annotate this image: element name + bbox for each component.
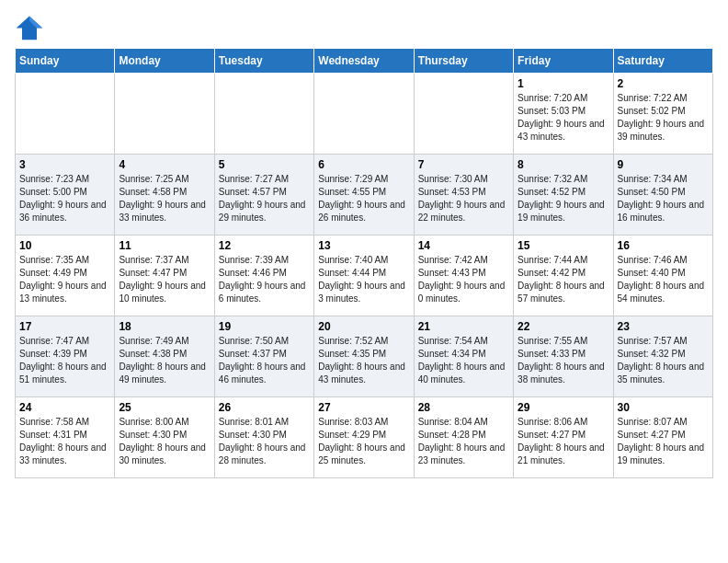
day-info: Sunrise: 7:25 AM Sunset: 4:58 PM Dayligh… (119, 173, 210, 224)
calendar-cell (16, 74, 115, 155)
calendar-cell: 7Sunrise: 7:30 AM Sunset: 4:53 PM Daylig… (414, 155, 513, 236)
logo-icon (15, 15, 44, 40)
calendar-cell (214, 74, 313, 155)
calendar-cell: 18Sunrise: 7:49 AM Sunset: 4:38 PM Dayli… (115, 316, 214, 397)
calendar-cell: 20Sunrise: 7:52 AM Sunset: 4:35 PM Dayli… (314, 316, 414, 397)
calendar-cell: 2Sunrise: 7:22 AM Sunset: 5:02 PM Daylig… (613, 74, 712, 155)
day-number: 30 (618, 401, 709, 414)
header-tuesday: Tuesday (214, 49, 313, 74)
calendar-cell: 24Sunrise: 7:58 AM Sunset: 4:31 PM Dayli… (16, 397, 115, 478)
calendar-cell: 15Sunrise: 7:44 AM Sunset: 4:42 PM Dayli… (514, 236, 613, 316)
day-number: 27 (318, 401, 409, 414)
day-info: Sunrise: 7:20 AM Sunset: 5:03 PM Dayligh… (518, 92, 609, 144)
header-wednesday: Wednesday (314, 49, 414, 74)
day-info: Sunrise: 7:29 AM Sunset: 4:55 PM Dayligh… (318, 173, 409, 224)
day-info: Sunrise: 7:30 AM Sunset: 4:53 PM Dayligh… (418, 173, 509, 224)
day-info: Sunrise: 7:23 AM Sunset: 5:00 PM Dayligh… (19, 173, 110, 224)
logo (15, 15, 48, 40)
calendar-cell: 27Sunrise: 8:03 AM Sunset: 4:29 PM Dayli… (314, 397, 414, 478)
day-info: Sunrise: 8:07 AM Sunset: 4:27 PM Dayligh… (618, 416, 709, 467)
day-number: 24 (19, 401, 110, 414)
day-info: Sunrise: 8:01 AM Sunset: 4:30 PM Dayligh… (219, 416, 310, 467)
day-info: Sunrise: 8:04 AM Sunset: 4:28 PM Dayligh… (418, 416, 509, 467)
page-header (15, 15, 713, 40)
day-info: Sunrise: 7:46 AM Sunset: 4:40 PM Dayligh… (618, 254, 709, 305)
calendar-cell: 9Sunrise: 7:34 AM Sunset: 4:50 PM Daylig… (613, 155, 712, 236)
day-number: 17 (19, 320, 110, 333)
calendar-cell: 6Sunrise: 7:29 AM Sunset: 4:55 PM Daylig… (314, 155, 414, 236)
calendar-cell (115, 74, 214, 155)
day-number: 8 (518, 158, 609, 171)
day-number: 5 (219, 158, 310, 171)
day-number: 11 (119, 239, 210, 252)
day-number: 20 (318, 320, 409, 333)
calendar-cell: 8Sunrise: 7:32 AM Sunset: 4:52 PM Daylig… (514, 155, 613, 236)
calendar-cell: 28Sunrise: 8:04 AM Sunset: 4:28 PM Dayli… (414, 397, 513, 478)
day-number: 22 (518, 320, 609, 333)
day-number: 21 (418, 320, 509, 333)
day-number: 26 (219, 401, 310, 414)
day-number: 14 (418, 239, 509, 252)
day-number: 29 (518, 401, 609, 414)
calendar-cell: 4Sunrise: 7:25 AM Sunset: 4:58 PM Daylig… (115, 155, 214, 236)
day-number: 25 (119, 401, 210, 414)
day-info: Sunrise: 7:47 AM Sunset: 4:39 PM Dayligh… (19, 335, 110, 386)
day-info: Sunrise: 7:52 AM Sunset: 4:35 PM Dayligh… (318, 335, 409, 386)
day-number: 10 (19, 239, 110, 252)
calendar-cell: 21Sunrise: 7:54 AM Sunset: 4:34 PM Dayli… (414, 316, 513, 397)
calendar-table: SundayMondayTuesdayWednesdayThursdayFrid… (15, 48, 713, 478)
day-info: Sunrise: 7:42 AM Sunset: 4:43 PM Dayligh… (418, 254, 509, 305)
calendar-week-5: 24Sunrise: 7:58 AM Sunset: 4:31 PM Dayli… (16, 397, 713, 478)
day-info: Sunrise: 7:27 AM Sunset: 4:57 PM Dayligh… (219, 173, 310, 224)
calendar-header-row: SundayMondayTuesdayWednesdayThursdayFrid… (16, 49, 713, 74)
day-number: 6 (318, 158, 409, 171)
day-info: Sunrise: 7:58 AM Sunset: 4:31 PM Dayligh… (19, 416, 110, 467)
calendar-cell (414, 74, 513, 155)
calendar-cell: 22Sunrise: 7:55 AM Sunset: 4:33 PM Dayli… (514, 316, 613, 397)
day-number: 9 (618, 158, 709, 171)
header-saturday: Saturday (613, 49, 712, 74)
calendar-cell: 23Sunrise: 7:57 AM Sunset: 4:32 PM Dayli… (613, 316, 712, 397)
day-info: Sunrise: 8:00 AM Sunset: 4:30 PM Dayligh… (119, 416, 210, 467)
calendar-cell: 17Sunrise: 7:47 AM Sunset: 4:39 PM Dayli… (16, 316, 115, 397)
day-info: Sunrise: 7:39 AM Sunset: 4:46 PM Dayligh… (219, 254, 310, 305)
day-info: Sunrise: 7:32 AM Sunset: 4:52 PM Dayligh… (518, 173, 609, 224)
calendar-cell: 5Sunrise: 7:27 AM Sunset: 4:57 PM Daylig… (214, 155, 313, 236)
calendar-cell: 1Sunrise: 7:20 AM Sunset: 5:03 PM Daylig… (514, 74, 613, 155)
day-info: Sunrise: 8:06 AM Sunset: 4:27 PM Dayligh… (518, 416, 609, 467)
day-number: 23 (618, 320, 709, 333)
day-number: 16 (618, 239, 709, 252)
day-info: Sunrise: 7:34 AM Sunset: 4:50 PM Dayligh… (618, 173, 709, 224)
day-number: 1 (518, 77, 609, 90)
day-number: 15 (518, 239, 609, 252)
calendar-cell: 25Sunrise: 8:00 AM Sunset: 4:30 PM Dayli… (115, 397, 214, 478)
day-info: Sunrise: 7:57 AM Sunset: 4:32 PM Dayligh… (618, 335, 709, 386)
calendar-cell: 10Sunrise: 7:35 AM Sunset: 4:49 PM Dayli… (16, 236, 115, 316)
calendar-week-1: 1Sunrise: 7:20 AM Sunset: 5:03 PM Daylig… (16, 74, 713, 155)
calendar-cell: 14Sunrise: 7:42 AM Sunset: 4:43 PM Dayli… (414, 236, 513, 316)
calendar-cell: 30Sunrise: 8:07 AM Sunset: 4:27 PM Dayli… (613, 397, 712, 478)
calendar-week-2: 3Sunrise: 7:23 AM Sunset: 5:00 PM Daylig… (16, 155, 713, 236)
calendar-week-4: 17Sunrise: 7:47 AM Sunset: 4:39 PM Dayli… (16, 316, 713, 397)
day-info: Sunrise: 8:03 AM Sunset: 4:29 PM Dayligh… (318, 416, 409, 467)
day-number: 2 (618, 77, 709, 90)
day-number: 4 (119, 158, 210, 171)
calendar-cell (314, 74, 414, 155)
day-info: Sunrise: 7:37 AM Sunset: 4:47 PM Dayligh… (119, 254, 210, 305)
header-monday: Monday (115, 49, 214, 74)
day-number: 13 (318, 239, 409, 252)
calendar-cell: 11Sunrise: 7:37 AM Sunset: 4:47 PM Dayli… (115, 236, 214, 316)
day-number: 7 (418, 158, 509, 171)
day-info: Sunrise: 7:54 AM Sunset: 4:34 PM Dayligh… (418, 335, 509, 386)
day-number: 28 (418, 401, 509, 414)
day-info: Sunrise: 7:40 AM Sunset: 4:44 PM Dayligh… (318, 254, 409, 305)
calendar-cell: 12Sunrise: 7:39 AM Sunset: 4:46 PM Dayli… (214, 236, 313, 316)
calendar-week-3: 10Sunrise: 7:35 AM Sunset: 4:49 PM Dayli… (16, 236, 713, 316)
day-info: Sunrise: 7:55 AM Sunset: 4:33 PM Dayligh… (518, 335, 609, 386)
day-info: Sunrise: 7:35 AM Sunset: 4:49 PM Dayligh… (19, 254, 110, 305)
calendar-cell: 19Sunrise: 7:50 AM Sunset: 4:37 PM Dayli… (214, 316, 313, 397)
calendar-cell: 29Sunrise: 8:06 AM Sunset: 4:27 PM Dayli… (514, 397, 613, 478)
calendar-cell: 13Sunrise: 7:40 AM Sunset: 4:44 PM Dayli… (314, 236, 414, 316)
calendar-cell: 3Sunrise: 7:23 AM Sunset: 5:00 PM Daylig… (16, 155, 115, 236)
day-number: 19 (219, 320, 310, 333)
